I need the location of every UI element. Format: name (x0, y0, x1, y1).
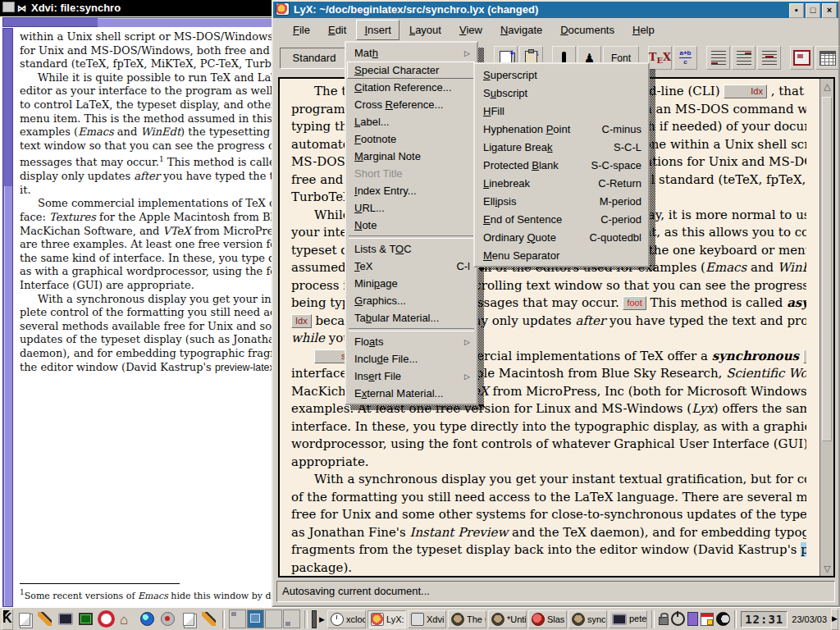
desktop-cell[interactable] (229, 609, 246, 628)
date-display[interactable]: 23/03/03 (790, 614, 829, 624)
k-menu-button[interactable]: K (2, 609, 13, 630)
menu-item-note[interactable]: Note (347, 217, 476, 234)
calendar-icon[interactable] (701, 613, 714, 626)
index-inset[interactable]: Idx (724, 84, 767, 98)
menu-help[interactable]: Help (624, 20, 663, 40)
menu-item-menu-separator[interactable]: Menu Separator (476, 246, 647, 264)
paragraph-style-selector[interactable]: Standard (280, 48, 349, 69)
pen-icon[interactable] (36, 610, 54, 628)
home-icon[interactable]: ⌂ (118, 610, 136, 628)
task-button-pete[interactable]: pete◀ (609, 610, 647, 628)
menu-item-linebreak[interactable]: LinebreakC-Return (476, 174, 647, 192)
list-enum-icon[interactable] (732, 46, 756, 70)
task-button-unti[interactable]: *Unti (488, 610, 527, 628)
menu-item-citation-reference-[interactable]: Citation Reference... (347, 79, 476, 96)
menu-item-label-[interactable]: Label... (347, 113, 476, 130)
menu-item-index-entry-[interactable]: Index Entry... (347, 182, 476, 199)
menu-item-url-[interactable]: URL... (347, 199, 476, 217)
expand-arrow-icon[interactable]: ▶ (319, 615, 325, 623)
menu-item-floats[interactable]: Floats▷ (347, 333, 476, 350)
menu-item-short-title[interactable]: Short Title (347, 165, 476, 182)
panel-hide-arrow[interactable]: ▶ (831, 609, 838, 630)
menu-item-minipage[interactable]: Minipage (347, 275, 476, 292)
globe-icon[interactable] (139, 610, 157, 628)
scroll-up-icon[interactable]: △ (821, 79, 833, 94)
menu-item-end-of-sentence[interactable]: End of SentenceC-period (476, 210, 647, 228)
menu-item-superscript[interactable]: Superscript (476, 66, 647, 84)
minimize-button[interactable]: ▪ (789, 3, 804, 18)
tex-icon[interactable]: TEX (648, 46, 672, 70)
menu-item-ordinary-quote[interactable]: Ordinary QuoteC-quotedbl (476, 228, 647, 246)
documents-icon[interactable] (16, 610, 34, 628)
xdvi-window[interactable]: ⋈Xdvi: file:synchro within a Unix shell … (0, 0, 272, 607)
pen2-icon[interactable] (200, 610, 218, 628)
xdvi-vscroll-thumb[interactable] (4, 186, 12, 606)
menu-documents[interactable]: Documents (552, 20, 623, 40)
menu-view[interactable]: View (451, 20, 491, 40)
menu-item-insert-file[interactable]: Insert File▷ (347, 368, 476, 385)
menu-item-include-file-[interactable]: Include File... (347, 350, 476, 368)
menu-item-tabular-material-[interactable]: Tabular Material... (347, 309, 476, 326)
xdvi-vertical-scrollbar[interactable] (2, 28, 13, 607)
menu-item-graphics-[interactable]: Graphics... (347, 292, 476, 309)
menu-navigate[interactable]: Navigate (492, 20, 550, 40)
files-icon[interactable] (180, 610, 198, 628)
task-button-slas[interactable]: Slas (528, 610, 567, 628)
close-button[interactable]: × (822, 3, 837, 18)
minimized-window[interactable] (312, 610, 317, 628)
klipper-icon[interactable] (687, 612, 698, 626)
footnote-inset[interactable]: foot (623, 296, 646, 310)
terminal-icon[interactable] (77, 610, 95, 628)
scrollbar-thumb[interactable] (822, 97, 832, 441)
display-icon[interactable] (57, 610, 75, 628)
menu-item-subscript[interactable]: Subscript (476, 84, 647, 102)
index-inset[interactable]: Idx (803, 349, 806, 363)
xdvi-hscroll-thumb[interactable] (98, 18, 272, 27)
moon-icon[interactable] (716, 612, 730, 626)
help-icon[interactable] (98, 610, 116, 628)
menu-item-external-material-[interactable]: External Material... (347, 385, 476, 402)
task-button-lyx[interactable]: LyX: (368, 610, 406, 628)
menu-item-cross-reference-[interactable]: Cross Reference... (347, 96, 476, 113)
lock-icon[interactable] (659, 617, 669, 625)
xdvi-titlebar[interactable]: ⋈Xdvi: file:synchro (0, 0, 272, 16)
lyx-titlebar[interactable]: LyX: ~/doc/beginlatex/src/synchro.lyx (c… (273, 2, 838, 18)
menu-item-ligature-break[interactable]: Ligature BreakS-C-L (476, 138, 647, 156)
menu-item-tex[interactable]: TeXC-l (347, 258, 476, 275)
table-icon[interactable] (815, 46, 839, 70)
list-indent-icon[interactable] (757, 46, 781, 70)
task-button-xcloc[interactable]: xcloc (327, 610, 366, 628)
xdvi-horizontal-scrollbar[interactable] (2, 17, 272, 27)
list-item-icon[interactable] (706, 46, 730, 70)
menu-item-footnote[interactable]: Footnote (347, 130, 476, 148)
menu-insert[interactable]: Insert (356, 20, 399, 40)
menu-item-hfill[interactable]: HFill (476, 102, 647, 120)
task-button-theg[interactable]: The G (448, 610, 486, 628)
menu-item-hyphenation-point[interactable]: Hyphenation PointC-minus (476, 120, 647, 138)
index-inset[interactable]: Idx (291, 314, 312, 328)
menu-item-special-character[interactable]: Special Character (347, 62, 476, 79)
figure-icon[interactable] (790, 46, 814, 70)
desktop-cell[interactable] (265, 609, 282, 628)
menu-item-marginal-note[interactable]: Marginal Note (347, 148, 476, 165)
xdvi-page[interactable]: within a Unix shell script or MS-DOS/Win… (13, 27, 272, 607)
math-icon[interactable]: a+bc (673, 46, 697, 70)
digital-clock[interactable]: 12:31 (741, 611, 788, 628)
desktop-cell[interactable] (283, 609, 300, 628)
menu-item-protected-blank[interactable]: Protected BlankS-C-space (476, 156, 647, 174)
desktop-active[interactable] (247, 609, 264, 628)
power-icon[interactable] (671, 612, 685, 626)
menu-edit[interactable]: Edit (320, 20, 354, 40)
menu-layout[interactable]: Layout (401, 20, 450, 40)
menu-item-math[interactable]: Math▷ (347, 44, 476, 62)
lyx-window[interactable]: LyX: ~/doc/beginlatex/src/synchro.lyx (c… (272, 0, 840, 607)
menu-file[interactable]: File (285, 20, 318, 40)
menu-item-ellipsis[interactable]: EllipsisM-period (476, 192, 647, 210)
menu-item-lists-amp-toc[interactable]: Lists & TOC (347, 240, 476, 258)
task-button-sync[interactable]: sync (568, 610, 607, 628)
scroll-down-icon[interactable]: ▽ (821, 561, 833, 576)
task-button-xdvi[interactable]: Xdvi (408, 610, 446, 628)
maximize-button[interactable]: □ (806, 3, 820, 18)
document-scrollbar[interactable]: △ ▽ (819, 79, 833, 576)
kde-gear-icon[interactable] (159, 610, 177, 628)
